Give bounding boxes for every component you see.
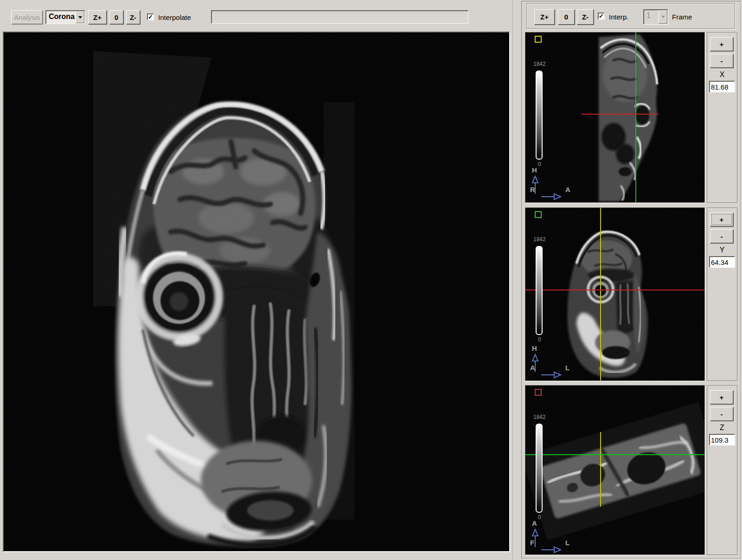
interp-label: Interp. — [609, 13, 629, 21]
z-minus-button[interactable]: Z- — [126, 10, 140, 24]
crosshair-vertical-yellow — [600, 208, 601, 380]
colorbar-max-label: 1842 — [533, 61, 546, 67]
plus-label: + — [720, 216, 724, 224]
x-coordinate-field[interactable] — [709, 81, 735, 92]
frame-select-value: 1 — [644, 10, 658, 24]
colorbar-max-label: 1842 — [533, 236, 546, 243]
intensity-colorbar — [536, 424, 543, 513]
axial-view[interactable]: 1842 0 A F L — [525, 385, 705, 555]
analysis-button[interactable]: Analysis — [11, 10, 43, 24]
orthogonal-views-panel: Z+ 0 Z- ✓ Interp. 1 Frame — [521, 1, 741, 559]
coronal-thumb-view[interactable]: 1842 0 H A L — [525, 207, 705, 381]
crosshair-vertical-green — [635, 32, 636, 202]
crosshair-vertical-yellow — [600, 432, 601, 507]
checkbox-check-icon: ✓ — [599, 13, 604, 19]
y-coordinate-field[interactable] — [709, 256, 735, 268]
z-coordinate-field[interactable] — [709, 434, 735, 445]
orientation-marker: A F L — [529, 519, 585, 554]
chevron-down-icon — [659, 10, 667, 24]
plus-label: + — [720, 393, 724, 401]
zero-button[interactable]: 0 — [109, 10, 123, 24]
y-axis-label: Y — [707, 246, 737, 254]
axis-arrows-icon — [532, 351, 569, 381]
y-axis-controls: + - Y — [707, 207, 737, 381]
minus-label: - — [721, 410, 723, 418]
sagittal-active-indicator — [535, 36, 542, 43]
z-plus-step-button[interactable]: + — [710, 390, 733, 404]
right-zero-label: 0 — [564, 13, 568, 21]
axis-arrows-icon — [532, 173, 569, 203]
coronal-slice-image — [4, 32, 509, 551]
axis-arrows-icon — [532, 526, 569, 555]
z-plus-button[interactable]: Z+ — [88, 10, 107, 24]
right-z-minus-label: Z- — [582, 13, 588, 21]
orientation-marker: H R A — [529, 166, 585, 201]
interp-checkbox[interactable]: ✓ — [598, 13, 605, 19]
crosshair-horizontal-red — [581, 114, 659, 115]
x-plus-button[interactable]: + — [710, 37, 733, 51]
z-plus-label: Z+ — [93, 13, 102, 21]
right-z-minus-button[interactable]: Z- — [577, 9, 594, 25]
z-minus-label: Z- — [130, 13, 136, 21]
minus-label: - — [721, 57, 723, 65]
crosshair-horizontal-green — [525, 454, 704, 455]
axial-active-indicator — [535, 389, 542, 396]
coronal-active-indicator — [535, 211, 542, 218]
right-z-plus-button[interactable]: Z+ — [534, 9, 555, 25]
colorbar-min-label: 0 — [538, 336, 541, 343]
intensity-colorbar — [536, 71, 543, 160]
main-view-section: Analysis Coronal Z+ 0 Z- ✓ Interpolate — [0, 0, 513, 560]
y-minus-button[interactable]: - — [710, 229, 733, 243]
frame-label: Frame — [672, 13, 692, 21]
main-coronal-view[interactable] — [3, 32, 510, 552]
frame-select[interactable]: 1 — [643, 9, 668, 25]
intensity-colorbar — [536, 246, 543, 335]
message-field[interactable] — [211, 10, 468, 24]
z-minus-step-button[interactable]: - — [710, 407, 733, 421]
right-zero-button[interactable]: 0 — [558, 9, 575, 25]
checkbox-check-icon: ✓ — [148, 14, 153, 20]
interpolate-label: Interpolate — [158, 13, 191, 21]
analysis-button-label: Analysis — [14, 13, 40, 21]
orientation-select-value: Coronal — [46, 11, 75, 24]
orientation-select[interactable]: Coronal — [45, 10, 85, 24]
plus-label: + — [720, 40, 724, 48]
crosshair-horizontal-red — [525, 290, 704, 290]
x-axis-controls: + - X — [707, 32, 737, 203]
minus-label: - — [721, 232, 723, 240]
x-minus-button[interactable]: - — [710, 54, 733, 68]
y-plus-button[interactable]: + — [710, 212, 733, 226]
z-axis-label: Z — [707, 424, 737, 432]
sagittal-view[interactable]: 1842 0 H R A — [525, 32, 705, 203]
colorbar-max-label: 1842 — [533, 414, 546, 420]
zero-label: 0 — [115, 13, 118, 21]
right-z-plus-label: Z+ — [540, 13, 549, 21]
chevron-down-icon[interactable] — [76, 11, 84, 23]
interpolate-checkbox[interactable]: ✓ — [147, 13, 154, 20]
z-axis-controls: + - Z — [707, 385, 737, 555]
mri-viewer-window: Analysis Coronal Z+ 0 Z- ✓ Interpolate — [0, 0, 742, 560]
x-axis-label: X — [707, 71, 737, 79]
orientation-marker: H A L — [529, 344, 585, 380]
